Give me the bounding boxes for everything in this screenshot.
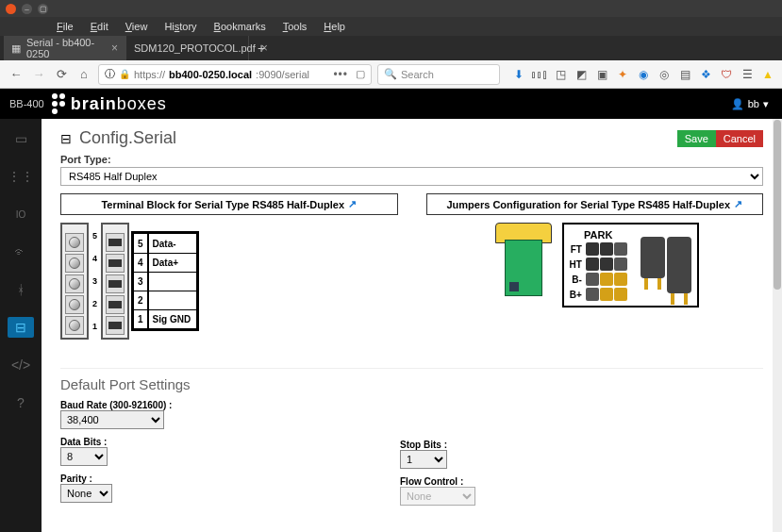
pcb-icon — [491, 223, 557, 308]
serial-page-icon: ⊟ — [60, 131, 72, 146]
tab-title: SDM120_PROTOCOL.pdf — [134, 42, 256, 54]
user-menu[interactable]: 👤 bb ▾ — [731, 98, 769, 110]
stopbits-label: Stop Bits : — [400, 440, 683, 450]
scrollbar[interactable] — [773, 119, 782, 532]
back-button[interactable]: ← — [8, 66, 25, 83]
sidebar-item-serial[interactable]: ⊟ — [8, 317, 34, 338]
flow-select: None — [400, 487, 475, 506]
main: ▭ ⋮⋮ IO ᯤ ᚼ ⊟ </> ? ⊟ Config.Serial Save… — [0, 119, 782, 532]
ext9-icon[interactable]: 🛡 — [720, 68, 733, 81]
ext7-icon[interactable]: ▤ — [678, 68, 691, 81]
shield-icon[interactable]: ▢ — [356, 68, 365, 80]
window-maximize-icon[interactable]: ▢ — [38, 4, 48, 14]
ext8-icon[interactable]: ❖ — [699, 68, 712, 81]
page-title: Config.Serial — [79, 128, 176, 148]
search-box[interactable]: 🔍 Search — [377, 64, 500, 85]
sidebar: ▭ ⋮⋮ IO ᯤ ᚼ ⊟ </> ? — [0, 119, 42, 532]
user-icon: 👤 — [731, 98, 744, 110]
jumper-diagram: PARK FT HT B- B+ — [426, 223, 764, 308]
home-button[interactable]: ⌂ — [75, 66, 92, 83]
menu-icon[interactable]: ☰ — [740, 68, 754, 81]
menu-view[interactable]: View — [125, 21, 148, 32]
port-type-select[interactable]: RS485 Half Duplex — [60, 167, 763, 186]
device-tag: BB-400 — [9, 98, 44, 109]
terminal-block-diagram: 12345 1 2 3 4 5 — [60, 223, 398, 340]
window-minimize-icon[interactable]: – — [22, 4, 32, 14]
info-icon[interactable]: ⓘ — [105, 67, 115, 81]
flow-label: Flow Control : — [400, 476, 683, 487]
reload-button[interactable]: ⟳ — [53, 66, 70, 83]
tab-close-icon[interactable]: × — [111, 42, 118, 55]
default-port-settings: Default Port Settings Baud Rate (300-921… — [60, 368, 763, 506]
ext2-icon[interactable]: ◩ — [574, 68, 588, 81]
notify-icon[interactable]: ▲ — [761, 68, 774, 81]
window-controls: – ▢ — [0, 0, 782, 17]
library-icon[interactable]: ⫾⫾⫿ — [533, 68, 546, 81]
sidebar-item-code[interactable]: </> — [8, 355, 34, 375]
browser-menubar: File Edit View History Bookmarks Tools H… — [0, 17, 782, 36]
terminal-block-link[interactable]: Terminal Block for Serial Type RS485 Hal… — [60, 193, 398, 215]
brand-logo: brainboxes — [52, 93, 167, 114]
cancel-button[interactable]: Cancel — [716, 130, 763, 147]
ext1-icon[interactable]: ◳ — [554, 68, 567, 81]
sidebar-item-io[interactable]: IO — [8, 204, 34, 224]
brand-text: brainboxes — [71, 94, 167, 114]
tab-favicon-icon: ▦ — [11, 42, 21, 55]
window-close-icon[interactable] — [6, 4, 16, 14]
save-button[interactable]: Save — [677, 130, 716, 147]
browser-tabstrip: ▦ Serial - bb400-0250 × SDM120_PROTOCOL.… — [0, 36, 782, 60]
ext4-icon[interactable]: ✦ — [616, 68, 629, 81]
external-link-icon: ↗ — [348, 198, 357, 210]
menu-edit[interactable]: Edit — [91, 21, 108, 32]
baud-label: Baud Rate (300-921600) : — [60, 400, 343, 410]
databits-select[interactable]: 8 — [60, 447, 108, 466]
ext6-icon[interactable]: ◎ — [657, 68, 671, 81]
tab-serial[interactable]: ▦ Serial - bb400-0250 × — [4, 36, 126, 60]
sidebar-item-wifi[interactable]: ᯤ — [8, 241, 34, 262]
forward-button[interactable]: → — [30, 66, 47, 83]
app-header: BB-400 brainboxes 👤 bb ▾ — [0, 89, 782, 119]
menu-file[interactable]: File — [57, 21, 74, 32]
menu-help[interactable]: Help — [324, 21, 345, 32]
menu-bookmarks[interactable]: Bookmarks — [214, 21, 266, 32]
sidebar-item-help[interactable]: ? — [8, 392, 34, 413]
databits-label: Data Bits : — [60, 437, 343, 447]
terminal-block-panel: Terminal Block for Serial Type RS485 Hal… — [60, 193, 398, 340]
search-icon: 🔍 — [384, 68, 397, 80]
browser-urlbar: ← → ⟳ ⌂ ⓘ 🔒 https://bb400-0250.local:909… — [0, 60, 782, 89]
jumper-link[interactable]: Jumpers Configuration for Serial Type RS… — [426, 193, 764, 215]
lock-icon: 🔒 — [119, 69, 130, 79]
ext5-icon[interactable]: ◉ — [637, 68, 650, 81]
jumper-panel: Jumpers Configuration for Serial Type RS… — [426, 193, 764, 340]
page-actions-icon[interactable]: ••• — [333, 68, 348, 81]
baud-select[interactable]: 38,400 — [60, 410, 164, 429]
stopbits-select[interactable]: 1 — [400, 450, 447, 469]
sidebar-item-nodes[interactable]: ⋮⋮ — [8, 166, 34, 187]
chevron-down-icon: ▾ — [763, 98, 769, 110]
sidebar-item-bluetooth[interactable]: ᚼ — [8, 279, 34, 300]
port-type-label: Port Type: — [60, 154, 763, 165]
parity-label: Parity : — [60, 474, 343, 484]
ext3-icon[interactable]: ▣ — [595, 68, 608, 81]
sidebar-item-dashboard[interactable]: ▭ — [8, 128, 34, 149]
download-icon[interactable]: ⬇ — [512, 68, 525, 81]
tab-title: Serial - bb400-0250 — [26, 37, 106, 59]
address-bar[interactable]: ⓘ 🔒 https://bb400-0250.local:9090/serial… — [98, 64, 372, 85]
scrollbar-thumb[interactable] — [774, 120, 781, 290]
external-link-icon: ↗ — [734, 198, 742, 210]
menu-tools[interactable]: Tools — [283, 21, 308, 32]
content-area: ⊟ Config.Serial Save Cancel Port Type: R… — [42, 119, 782, 532]
new-tab-button[interactable]: + — [249, 36, 274, 60]
capacitor-icon — [641, 237, 691, 293]
settings-title: Default Port Settings — [60, 376, 763, 392]
parity-select[interactable]: None — [60, 484, 112, 503]
menu-history[interactable]: History — [164, 21, 196, 32]
tab-pdf[interactable]: SDM120_PROTOCOL.pdf × — [126, 36, 249, 60]
logo-dots-icon — [52, 93, 65, 114]
toolbar-right: ⬇ ⫾⫾⫿ ◳ ◩ ▣ ✦ ◉ ◎ ▤ ❖ 🛡 ☰ ▲ — [512, 68, 774, 81]
